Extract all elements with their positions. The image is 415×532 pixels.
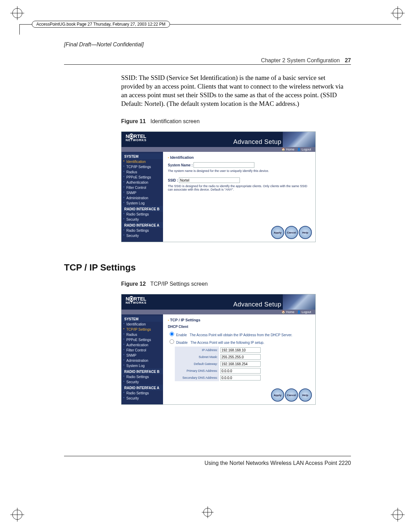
system-name-input[interactable] bbox=[193, 162, 254, 168]
ip-label: IP Address: bbox=[175, 347, 219, 354]
sidebar-item-identification[interactable]: Identification bbox=[121, 159, 163, 164]
printmark-icon bbox=[391, 508, 405, 522]
sidebar-item-pppoe[interactable]: PPPoE Settings bbox=[121, 175, 163, 180]
sidebar-item-filter[interactable]: Filter Control bbox=[121, 348, 163, 353]
figure-title: Identification screen bbox=[150, 118, 199, 124]
home-link[interactable]: 🏠 Home bbox=[281, 148, 295, 151]
footer-rule bbox=[64, 456, 351, 456]
sidebar-item-syslog[interactable]: System Log bbox=[121, 201, 163, 206]
panel-title: Identification bbox=[170, 155, 193, 159]
pdns-label: Primary DNS Address: bbox=[175, 367, 219, 374]
figure-label: Figure 12 bbox=[121, 281, 146, 287]
main-panel: ▪ TCP / IP Settings DHCP Client Enable T… bbox=[163, 314, 315, 404]
sidebar: SYSTEM Identification TCP/IP Settings Ra… bbox=[121, 314, 163, 404]
dhcp-client-title: DHCP Client bbox=[168, 325, 310, 329]
nortel-subbrand: NETWORKS bbox=[126, 301, 147, 304]
sidebar-item-snmp[interactable]: SNMP bbox=[121, 190, 163, 195]
sidebar-item-admin[interactable]: Administration bbox=[121, 195, 163, 201]
printmark-icon bbox=[202, 506, 214, 520]
help-button[interactable]: Help bbox=[299, 226, 312, 239]
sidebar-item-syslog[interactable]: System Log bbox=[121, 363, 163, 368]
sidebar-item-tcpip[interactable]: TCP/IP Settings bbox=[121, 327, 163, 332]
apply-button[interactable]: Apply bbox=[271, 226, 284, 239]
sidebar-header-radio-b: RADIO INTERFACE B bbox=[121, 206, 163, 212]
nortel-subbrand: NETWORKS bbox=[126, 139, 147, 142]
sidebar-item-security[interactable]: Security bbox=[121, 396, 163, 401]
figure-label: Figure 11 bbox=[121, 118, 146, 124]
advanced-setup-title: Advanced Setup bbox=[233, 301, 281, 308]
ssid-help: The SSID is designed for the radio to id… bbox=[168, 184, 310, 191]
ssid-input[interactable] bbox=[179, 177, 240, 183]
sidebar-item-radio-settings[interactable]: Radio Settings bbox=[121, 228, 163, 233]
sidebar-item-radius[interactable]: Radius bbox=[121, 169, 163, 175]
sidebar-header-radio-a: RADIO INTERFACE A bbox=[121, 222, 163, 228]
screenshot-header: NORTEL NETWORKS Advanced Setup bbox=[121, 132, 315, 147]
sidebar-item-auth[interactable]: Authentication bbox=[121, 342, 163, 348]
header-graphic bbox=[283, 132, 315, 147]
mask-input[interactable] bbox=[220, 354, 261, 360]
sidebar-item-radio-settings[interactable]: Radio Settings bbox=[121, 212, 163, 217]
sidebar-item-radio-settings[interactable]: Radio Settings bbox=[121, 391, 163, 396]
chapter-header: Chapter 2 System Configuration 27 bbox=[261, 57, 351, 64]
sidebar-header-system: SYSTEM bbox=[121, 153, 163, 159]
page-number: 27 bbox=[345, 57, 351, 63]
ssid-label: SSID : bbox=[168, 178, 178, 182]
enable-help: The Access Point will obtain the IP Addr… bbox=[190, 333, 292, 337]
pdns-input[interactable] bbox=[220, 368, 261, 374]
table-row: Subnet Mask: bbox=[175, 354, 262, 360]
gateway-label: Default Gateway: bbox=[175, 360, 219, 367]
table-row: IP Address: bbox=[175, 347, 262, 354]
logout-link[interactable]: 👤 Logout bbox=[297, 310, 311, 314]
chapter-label: Chapter 2 System Configuration bbox=[261, 57, 340, 63]
sidebar-item-admin[interactable]: Administration bbox=[121, 358, 163, 363]
sidebar-item-filter[interactable]: Filter Control bbox=[121, 185, 163, 190]
gateway-input[interactable] bbox=[220, 361, 261, 367]
sidebar-item-identification[interactable]: Identification bbox=[121, 322, 163, 327]
dhcp-disable-radio[interactable] bbox=[170, 339, 174, 344]
sidebar-item-security[interactable]: Security bbox=[121, 233, 163, 238]
printmark-icon bbox=[10, 508, 24, 522]
sdns-input[interactable] bbox=[220, 375, 261, 380]
figure-caption: Figure 12 TCP/IP Settings screen bbox=[121, 281, 208, 287]
system-name-label: System Name : bbox=[168, 163, 193, 167]
table-row: Primary DNS Address: bbox=[175, 367, 262, 374]
advanced-setup-title: Advanced Setup bbox=[233, 138, 281, 146]
home-link[interactable]: 🏠 Home bbox=[281, 310, 295, 314]
sidebar-item-radius[interactable]: Radius bbox=[121, 332, 163, 337]
link-bar: 🏠 Home 👤 Logout bbox=[121, 310, 315, 314]
sidebar: SYSTEM Identification TCP/IP Settings Ra… bbox=[121, 152, 163, 242]
draft-note: [Final Draft—Nortel Confidential] bbox=[64, 42, 144, 48]
disable-label: Disable bbox=[176, 341, 188, 345]
sidebar-header-radio-b: RADIO INTERFACE B bbox=[121, 368, 163, 374]
apply-button[interactable]: Apply bbox=[271, 388, 284, 402]
sidebar-item-security[interactable]: Security bbox=[121, 379, 163, 385]
screenshot-identification: NORTEL NETWORKS Advanced Setup 🏠 Home 👤 … bbox=[121, 131, 316, 242]
header-rule bbox=[64, 64, 351, 65]
screenshot-header: NORTEL NETWORKS Advanced Setup bbox=[121, 294, 315, 310]
sidebar-item-radio-settings[interactable]: Radio Settings bbox=[121, 374, 163, 379]
logout-link[interactable]: 👤 Logout bbox=[297, 148, 311, 151]
nortel-logo: NORTEL NETWORKS bbox=[126, 134, 147, 142]
sidebar-item-pppoe[interactable]: PPPoE Settings bbox=[121, 337, 163, 342]
sidebar-header-radio-a: RADIO INTERFACE A bbox=[121, 385, 163, 391]
printmark-icon bbox=[10, 6, 24, 20]
printmark-icon bbox=[391, 6, 405, 20]
cancel-button[interactable]: Cancel bbox=[285, 388, 298, 402]
disable-help: The Access Point will use the following … bbox=[190, 341, 264, 345]
sidebar-item-auth[interactable]: Authentication bbox=[121, 180, 163, 185]
screenshot-tcpip: NORTEL NETWORKS Advanced Setup 🏠 Home 👤 … bbox=[121, 294, 316, 405]
sidebar-item-snmp[interactable]: SNMP bbox=[121, 353, 163, 358]
cancel-button[interactable]: Cancel bbox=[285, 226, 298, 239]
ip-input[interactable] bbox=[220, 347, 261, 353]
dhcp-enable-radio[interactable] bbox=[170, 332, 174, 336]
frame-info: AccessPointUG.book Page 27 Thursday, Feb… bbox=[32, 21, 170, 28]
link-bar: 🏠 Home 👤 Logout bbox=[121, 147, 315, 152]
mask-label: Subnet Mask: bbox=[175, 354, 219, 360]
sdns-label: Secondary DNS Address: bbox=[175, 374, 219, 381]
sidebar-item-security[interactable]: Security bbox=[121, 217, 163, 222]
footer-text: Using the Nortel Networks Wireless LAN A… bbox=[205, 460, 351, 466]
panel-title: TCP / IP Settings bbox=[170, 318, 200, 322]
sidebar-header-system: SYSTEM bbox=[121, 316, 163, 322]
sidebar-item-tcpip[interactable]: TCP/IP Settings bbox=[121, 164, 163, 169]
help-button[interactable]: Help bbox=[299, 388, 312, 402]
